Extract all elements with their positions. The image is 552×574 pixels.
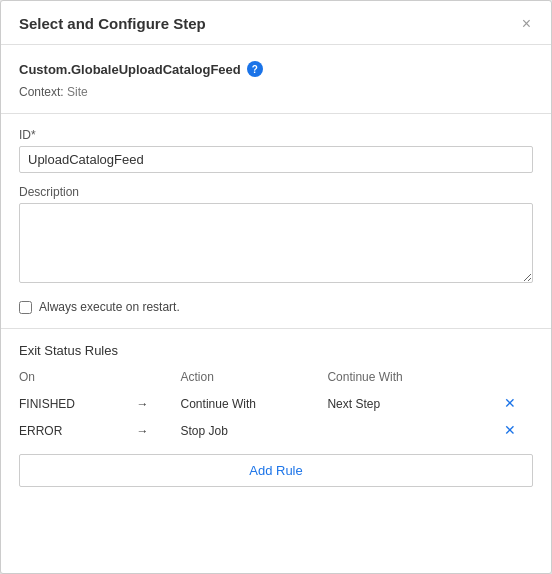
dialog: Select and Configure Step × Custom.Globa… <box>0 0 552 574</box>
step-name-row: Custom.GlobaleUploadCatalogFeed ? <box>19 61 533 77</box>
dialog-body: Custom.GlobaleUploadCatalogFeed ? Contex… <box>1 45 551 573</box>
context-label: Context: <box>19 85 64 99</box>
delete-rule-button[interactable]: ✕ <box>504 423 516 437</box>
exit-rules-title: Exit Status Rules <box>19 343 533 358</box>
table-row: ERROR → Stop Job ✕ <box>19 417 533 444</box>
context-row: Context: Site <box>19 85 533 99</box>
rule-continue-with <box>327 417 503 444</box>
table-row: FINISHED → Continue With Next Step ✕ <box>19 390 533 417</box>
dialog-title: Select and Configure Step <box>19 15 206 32</box>
rule-action: Stop Job <box>181 417 328 444</box>
rule-on: FINISHED <box>19 390 136 417</box>
col-header-continue: Continue With <box>327 368 503 390</box>
rule-continue-with: Next Step <box>327 390 503 417</box>
id-input[interactable] <box>19 146 533 173</box>
rule-on: ERROR <box>19 417 136 444</box>
rule-arrow: → <box>136 390 180 417</box>
description-label: Description <box>19 185 533 199</box>
add-rule-button[interactable]: Add Rule <box>19 454 533 487</box>
context-value: Site <box>67 85 88 99</box>
step-name: Custom.GlobaleUploadCatalogFeed <box>19 62 241 77</box>
delete-rule-button[interactable]: ✕ <box>504 396 516 410</box>
description-textarea[interactable] <box>19 203 533 283</box>
id-label: ID* <box>19 128 533 142</box>
col-header-action: Action <box>181 368 328 390</box>
section-divider <box>1 328 551 329</box>
rule-delete-cell: ✕ <box>504 417 533 444</box>
dialog-header: Select and Configure Step × <box>1 1 551 45</box>
always-execute-checkbox[interactable] <box>19 301 32 314</box>
rule-delete-cell: ✕ <box>504 390 533 417</box>
rule-action: Continue With <box>181 390 328 417</box>
close-button[interactable]: × <box>520 16 533 32</box>
rule-arrow: → <box>136 417 180 444</box>
rules-table: On Action Continue With FINISHED → Conti… <box>19 368 533 444</box>
checkbox-label: Always execute on restart. <box>39 300 180 314</box>
col-header-delete <box>504 368 533 390</box>
divider-1 <box>1 113 551 114</box>
help-icon[interactable]: ? <box>247 61 263 77</box>
checkbox-row: Always execute on restart. <box>19 300 533 314</box>
col-header-arrow <box>136 368 180 390</box>
col-header-on: On <box>19 368 136 390</box>
